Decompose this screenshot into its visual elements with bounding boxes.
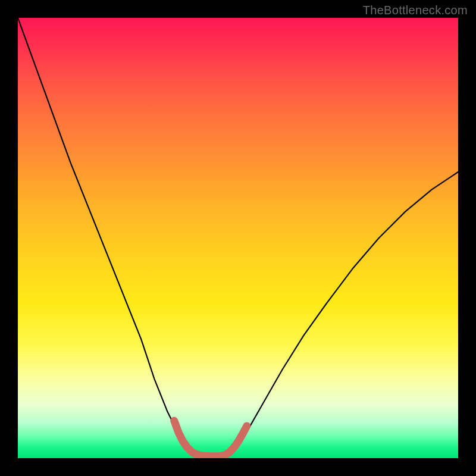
- watermark-text: TheBottleneck.com: [363, 4, 468, 17]
- series-highlight-right: [220, 426, 246, 456]
- chart-svg: [18, 18, 458, 458]
- series-curve-right: [225, 172, 458, 456]
- plot-area: [18, 18, 458, 458]
- series-curve-left: [18, 18, 198, 456]
- chart-frame: TheBottleneck.com: [0, 0, 476, 476]
- series-highlight-left: [174, 421, 218, 456]
